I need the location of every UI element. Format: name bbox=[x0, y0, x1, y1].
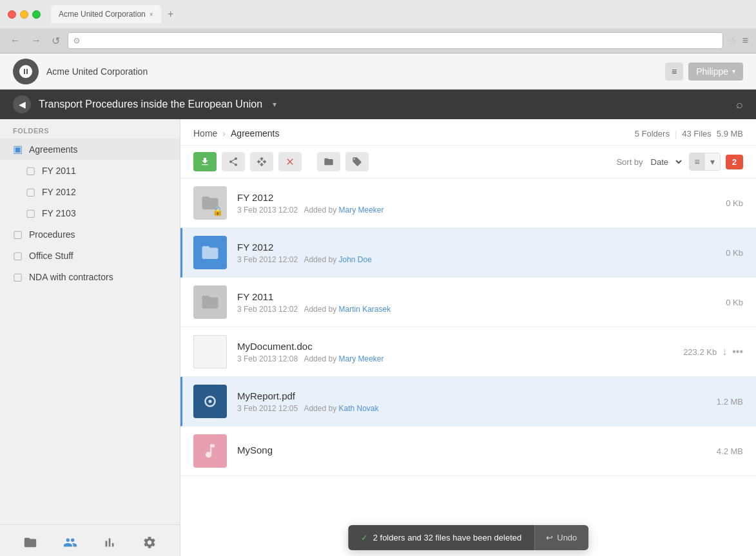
file-name: MySong bbox=[237, 445, 706, 455]
breadcrumb-current: Agreements bbox=[231, 128, 279, 139]
selected-count-badge[interactable]: 2 bbox=[726, 155, 743, 169]
file-date: 3 Feb 2012 12:05 bbox=[237, 404, 298, 413]
file-date: 3 Feb 2013 12:02 bbox=[237, 206, 298, 215]
file-name: MyReport.pdf bbox=[237, 390, 706, 401]
file-meta: 3 Feb 2013 12:08 Added by Mary Meeker bbox=[237, 354, 673, 363]
minimize-button[interactable] bbox=[20, 10, 28, 19]
file-more-button[interactable]: ••• bbox=[732, 346, 743, 358]
address-bar[interactable]: ⊙ bbox=[68, 32, 723, 49]
new-folder-button[interactable] bbox=[317, 152, 340, 171]
bookmark-button[interactable]: ☆ bbox=[728, 35, 737, 47]
file-author: Mary Meeker bbox=[338, 354, 383, 363]
content-stats: 5 Folders | 43 Files 5.9 MB bbox=[635, 129, 743, 139]
view-list-button[interactable]: ≡ bbox=[690, 153, 705, 170]
file-author: Mary Meeker bbox=[338, 206, 383, 215]
sidebar-item-procedures[interactable]: ▢ Procedures bbox=[0, 224, 180, 245]
added-by-label: Added by bbox=[304, 206, 336, 215]
app-logo-area: Acme United Corporation bbox=[13, 59, 148, 84]
tab-close-button[interactable]: × bbox=[150, 11, 153, 18]
nav-dropdown-icon[interactable]: ▾ bbox=[273, 100, 276, 109]
undo-button[interactable]: ↩ Undo bbox=[534, 525, 588, 550]
file-download-button[interactable]: ↓ bbox=[722, 346, 727, 358]
file-meta: 3 Feb 2013 12:02 Added by Martin Karasek bbox=[237, 305, 715, 314]
added-by-label: Added by bbox=[304, 354, 336, 363]
folder-icon: ▢ bbox=[13, 249, 23, 262]
folder-icon: ▢ bbox=[13, 228, 23, 240]
sidebar-chart-button[interactable] bbox=[99, 532, 121, 556]
file-date: 3 Feb 2013 12:08 bbox=[237, 354, 298, 363]
sidebar-item-fy2012[interactable]: ▢ FY 2012 bbox=[0, 181, 180, 202]
app-container: Acme United Corporation ≡ Philippe ▾ ◀ T… bbox=[0, 53, 756, 556]
added-by-label: Added by bbox=[304, 404, 336, 413]
nav-back-icon: ◀ bbox=[19, 99, 26, 110]
app-header-right: ≡ Philippe ▾ bbox=[665, 62, 743, 81]
app-header: Acme United Corporation ≡ Philippe ▾ bbox=[0, 53, 756, 90]
file-size: 4.2 MB bbox=[717, 446, 743, 456]
sidebar-item-fy2103[interactable]: ▢ FY 2103 bbox=[0, 202, 180, 224]
tools-button[interactable]: ≡ bbox=[742, 35, 748, 46]
sidebar-item-nda[interactable]: ▢ NDA with contractors bbox=[0, 266, 180, 287]
file-size: 223.2 Kb bbox=[683, 347, 717, 357]
main-layout: FOLDERS ▣ Agreements ▢ FY 2011 ▢ FY 2012… bbox=[0, 119, 756, 556]
file-info: FY 2012 3 Feb 2013 12:02 Added by Mary M… bbox=[237, 192, 715, 215]
file-row[interactable]: MySong 4.2 MB bbox=[180, 427, 756, 476]
user-menu-button[interactable]: Philippe ▾ bbox=[688, 62, 743, 81]
content-area: Home › Agreements 5 Folders | 43 Files 5… bbox=[180, 119, 756, 556]
browser-tab[interactable]: Acme United Corporation × bbox=[51, 5, 161, 23]
nav-title: Transport Procedures inside the European… bbox=[39, 99, 262, 110]
tab-label: Acme United Corporation bbox=[59, 10, 146, 19]
sidebar-item-agreements[interactable]: ▣ Agreements bbox=[0, 139, 180, 160]
file-row[interactable]: MyDocument.doc 3 Feb 2013 12:08 Added by… bbox=[180, 327, 756, 377]
file-name: FY 2012 bbox=[237, 192, 715, 203]
sort-select[interactable]: Date Name Size bbox=[648, 157, 684, 168]
tag-button[interactable] bbox=[345, 152, 369, 171]
file-info: FY 2011 3 Feb 2013 12:02 Added by Martin… bbox=[237, 291, 715, 314]
file-size: 0 Kb bbox=[726, 248, 743, 258]
file-meta: 3 Feb 2013 12:02 Added by Mary Meeker bbox=[237, 206, 715, 215]
file-row[interactable]: FY 2011 3 Feb 2013 12:02 Added by Martin… bbox=[180, 278, 756, 327]
delete-button[interactable] bbox=[278, 152, 302, 171]
file-size: 0 Kb bbox=[726, 298, 743, 307]
maximize-button[interactable] bbox=[32, 10, 41, 19]
breadcrumb: Home › Agreements bbox=[193, 128, 280, 139]
sidebar-item-label: FY 2011 bbox=[42, 166, 76, 176]
close-button[interactable] bbox=[8, 10, 16, 19]
back-button[interactable]: ← bbox=[8, 34, 23, 48]
download-button[interactable] bbox=[193, 152, 217, 171]
search-icon[interactable]: ⌕ bbox=[736, 98, 743, 111]
file-size: 1.2 MB bbox=[717, 397, 743, 407]
file-row[interactable]: 🔒 FY 2012 3 Feb 2013 12:02 Added by Mary… bbox=[180, 178, 756, 228]
sidebar-item-officestuff[interactable]: ▢ Office Stuff bbox=[0, 245, 180, 266]
move-button[interactable] bbox=[250, 152, 273, 171]
view-dropdown-button[interactable]: ▾ bbox=[705, 153, 720, 170]
added-by-label: Added by bbox=[304, 255, 336, 264]
file-meta: 3 Feb 2012 12:02 Added by John Doe bbox=[237, 255, 715, 264]
nav-back-button[interactable]: ◀ bbox=[13, 95, 31, 113]
file-meta: 3 Feb 2012 12:05 Added by Kath Novak bbox=[237, 404, 706, 413]
folders-count: 5 Folders bbox=[635, 129, 670, 139]
sidebar-folder-button[interactable] bbox=[19, 532, 41, 556]
file-thumbnail bbox=[193, 434, 227, 468]
breadcrumb-home[interactable]: Home bbox=[193, 128, 217, 139]
share-button[interactable] bbox=[222, 152, 245, 171]
refresh-button[interactable]: ↺ bbox=[49, 34, 63, 48]
sort-area: Sort by Date Name Size ≡ ▾ 2 bbox=[616, 153, 743, 171]
app-logo bbox=[13, 59, 39, 84]
file-size: 0 Kb bbox=[726, 198, 743, 208]
file-name: FY 2012 bbox=[237, 242, 715, 253]
forward-button[interactable]: → bbox=[28, 34, 44, 48]
file-info: FY 2012 3 Feb 2012 12:02 Added by John D… bbox=[237, 242, 715, 264]
menu-button[interactable]: ≡ bbox=[665, 62, 683, 81]
added-by-label: Added by bbox=[304, 305, 336, 314]
file-thumbnail bbox=[193, 385, 227, 418]
sidebar-item-fy2011[interactable]: ▢ FY 2011 bbox=[0, 160, 180, 181]
sidebar-settings-button[interactable] bbox=[139, 532, 160, 556]
file-author: Kath Novak bbox=[338, 404, 378, 413]
browser-toolbar: ← → ↺ ⊙ ☆ ≡ bbox=[0, 28, 756, 53]
sidebar-people-button[interactable] bbox=[59, 532, 81, 556]
browser-chrome: Acme United Corporation × + ← → ↺ ⊙ ☆ ≡ bbox=[0, 0, 756, 53]
file-row[interactable]: FY 2012 3 Feb 2012 12:02 Added by John D… bbox=[180, 228, 756, 278]
file-actions: 223.2 Kb ↓ ••• bbox=[683, 346, 743, 358]
file-row[interactable]: MyReport.pdf 3 Feb 2012 12:05 Added by K… bbox=[180, 377, 756, 427]
new-tab-button[interactable]: + bbox=[164, 7, 178, 21]
